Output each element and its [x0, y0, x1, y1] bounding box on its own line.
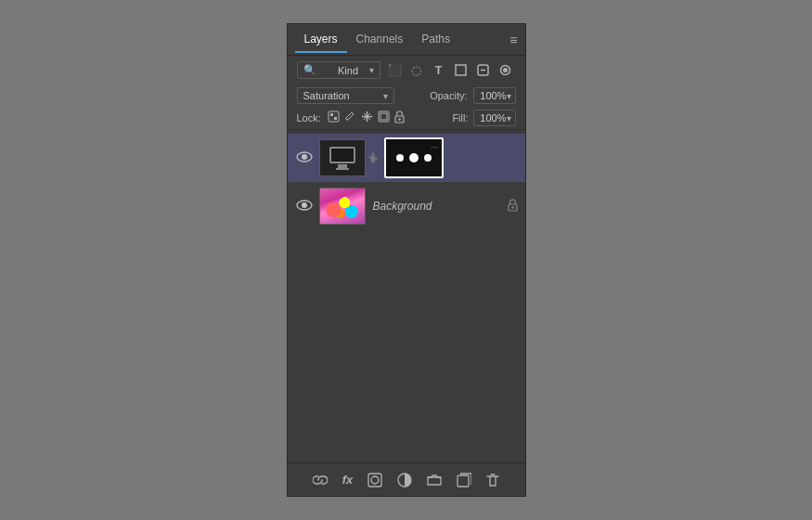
tab-channels[interactable]: Channels [347, 27, 413, 53]
opacity-label: Opacity: [430, 90, 467, 101]
pixel-filter-icon[interactable]: ⬛ [386, 62, 403, 79]
layer-visibility-background[interactable] [295, 199, 314, 214]
shape-filter-icon[interactable] [453, 62, 470, 79]
fill-value-text: 100% [478, 112, 507, 124]
layers-panel: Layers Channels Paths ≡ 🔍 Kind ⬛ ◌ T Sat… [287, 23, 526, 497]
mask-dot-2 [409, 153, 419, 162]
lock-paint-icon[interactable] [344, 110, 356, 125]
filter-row: 🔍 Kind ⬛ ◌ T [288, 56, 525, 84]
lock-position-icon[interactable] [361, 110, 373, 125]
svg-rect-5 [329, 111, 339, 122]
monitor-base [336, 168, 349, 170]
add-adjustment-icon[interactable] [397, 473, 412, 488]
lock-label: Lock: [297, 112, 321, 124]
svg-point-23 [511, 206, 513, 208]
svg-point-4 [503, 68, 508, 72]
svg-point-25 [371, 476, 379, 484]
monitor-icon [329, 147, 355, 170]
svg-rect-9 [334, 117, 337, 120]
eye-icon-adjustment[interactable] [296, 150, 313, 165]
svg-point-19 [302, 154, 307, 160]
circle-toggle-icon[interactable] [497, 62, 514, 79]
mask-dot-1 [396, 154, 404, 162]
blend-mode-dropdown[interactable]: Saturation [297, 87, 394, 104]
fill-input[interactable]: 100% [473, 110, 516, 126]
mask-dots [396, 153, 432, 162]
svg-rect-8 [330, 117, 333, 120]
lock-artboard-icon[interactable] [378, 110, 390, 125]
kind-label: Kind [338, 65, 369, 76]
svg-rect-0 [456, 65, 466, 75]
blend-opacity-row: Saturation Opacity: 100% [288, 84, 525, 107]
delete-layer-icon[interactable] [486, 473, 499, 488]
background-lock-icon [508, 199, 518, 214]
svg-rect-27 [458, 475, 469, 487]
layer-list: ··· Background [288, 130, 525, 462]
tab-paths[interactable]: Paths [412, 27, 459, 53]
more-icon[interactable]: ··· [431, 142, 438, 152]
link-icon[interactable] [313, 473, 328, 488]
layer-visibility-adjustment[interactable] [295, 150, 314, 165]
layer-thumb-adjustment [319, 139, 366, 176]
tab-bar: Layers Channels Paths ≡ [288, 24, 525, 56]
tab-layers[interactable]: Layers [295, 27, 347, 53]
lock-row: Lock: Fill: 100% [288, 107, 525, 129]
svg-rect-15 [380, 113, 387, 120]
monitor-screen [329, 147, 355, 163]
svg-rect-7 [334, 113, 337, 116]
type-filter-icon[interactable]: T [431, 62, 447, 79]
smart-filter-icon[interactable] [475, 62, 492, 79]
layer-thumb-background [319, 188, 366, 225]
add-mask-icon[interactable] [367, 473, 382, 488]
svg-point-21 [302, 202, 307, 208]
opacity-input[interactable]: 100% [473, 87, 516, 104]
adjustment-filter-icon[interactable]: ◌ [408, 62, 425, 79]
fill-label: Fill: [452, 112, 468, 124]
layer-item-adjustment[interactable]: ··· [288, 134, 525, 182]
layer-item-background[interactable]: Background [288, 182, 525, 230]
layer-chain-icon [366, 150, 380, 165]
svg-rect-24 [368, 474, 381, 487]
opacity-value-text: 100% [478, 90, 507, 101]
bottom-toolbar: fx [288, 462, 525, 496]
fx-icon[interactable]: fx [342, 473, 354, 487]
svg-point-17 [398, 118, 400, 120]
layer-name-background: Background [373, 200, 504, 213]
panel-menu-icon[interactable]: ≡ [509, 32, 517, 47]
blend-mode-label: Saturation [303, 90, 383, 101]
mask-dot-3 [424, 154, 432, 162]
group-icon[interactable] [427, 473, 442, 488]
lock-all-icon[interactable] [394, 110, 405, 126]
eye-icon-background[interactable] [296, 199, 313, 214]
mask-thumbnail[interactable]: ··· [384, 137, 444, 178]
bg-thumb-inner [320, 188, 365, 224]
svg-rect-6 [330, 113, 333, 116]
kind-dropdown[interactable]: 🔍 Kind [297, 61, 380, 79]
lock-transparency-icon[interactable] [328, 110, 340, 125]
new-layer-icon[interactable] [457, 473, 471, 488]
